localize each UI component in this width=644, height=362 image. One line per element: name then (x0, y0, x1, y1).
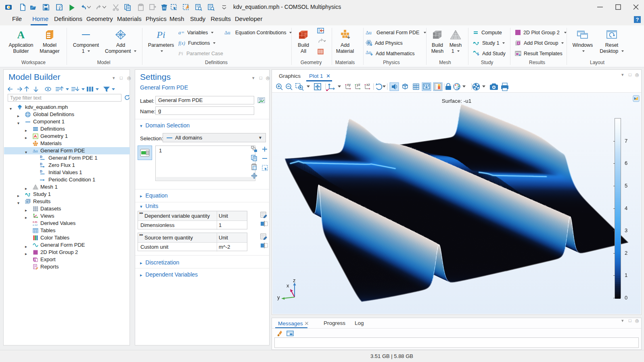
svg-text:z: z (293, 277, 296, 283)
svg-text:Pi: Pi (156, 29, 165, 40)
svg-text:Δu: Δu (366, 50, 371, 55)
svg-text:D: D (40, 155, 42, 159)
svg-text:e-12: e-12 (33, 224, 38, 226)
svg-text:Δu: Δu (33, 148, 38, 153)
svg-text:xz: xz (366, 83, 370, 87)
svg-text:a=: a= (178, 30, 184, 35)
svg-text:8.85: 8.85 (33, 221, 38, 223)
svg-text:Δu: Δu (224, 30, 230, 35)
svg-text:f(x): f(x) (178, 40, 185, 46)
svg-text:D: D (40, 170, 42, 173)
svg-text:x: x (286, 283, 289, 289)
svg-text:Δu: Δu (366, 30, 372, 35)
svg-text:Pi: Pi (178, 51, 183, 56)
svg-text:D: D (40, 162, 42, 166)
svg-text:xy: xy (347, 83, 351, 87)
svg-text:A: A (17, 29, 25, 40)
svg-text:yz: yz (357, 83, 361, 87)
svg-text:y: y (277, 294, 280, 300)
